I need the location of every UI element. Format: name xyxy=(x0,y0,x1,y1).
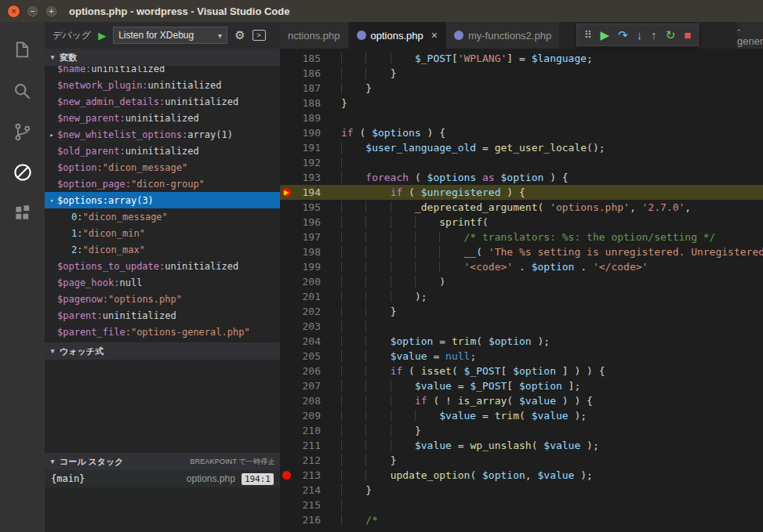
variable-row[interactable]: $options_to_update: uninitialized xyxy=(45,258,280,274)
code-line[interactable]: 211 $value = wp_unslash( $value ); xyxy=(280,438,763,453)
breakpoint-margin[interactable] xyxy=(280,438,294,453)
step-into-button[interactable]: ↓ xyxy=(637,29,643,41)
code-line[interactable]: 202 } xyxy=(280,304,763,319)
debug-console-icon[interactable]: > xyxy=(253,30,266,41)
code-line[interactable]: 207 $value = $_POST[ $option ]; xyxy=(280,378,763,393)
watch-section-header[interactable]: ▾ ウォッチ式 xyxy=(45,342,280,360)
variable-row[interactable]: $name: uninitialized xyxy=(45,66,280,77)
breakpoint-margin[interactable]: ▶ xyxy=(280,185,294,200)
breakpoint-margin[interactable] xyxy=(280,125,294,140)
breakpoint-margin[interactable] xyxy=(280,289,294,304)
code-line[interactable]: 214 } xyxy=(280,483,763,498)
tab-nctions-php[interactable]: nctions.php xyxy=(280,22,349,49)
variable-row[interactable]: $new_parent: uninitialized xyxy=(45,110,280,126)
breakpoint-margin[interactable] xyxy=(280,215,294,230)
breakpoint-margin[interactable] xyxy=(280,334,294,349)
window-close-button[interactable]: × xyxy=(7,5,20,18)
code-line[interactable]: 213 update_option( $option, $value ); xyxy=(280,468,763,483)
tab-my-functions2-php[interactable]: my-functions2.php xyxy=(446,22,560,49)
breakpoint-margin[interactable] xyxy=(280,66,294,81)
breakpoint-margin[interactable] xyxy=(280,244,294,259)
breakpoint-margin[interactable] xyxy=(280,393,294,408)
activity-item-source-control[interactable] xyxy=(0,111,45,152)
variable-row[interactable]: 1: "dicon_min" xyxy=(45,225,280,241)
chevron-expanded-icon[interactable]: ▾ xyxy=(46,197,57,204)
code-line[interactable]: 195 _deprecated_argument( 'options.php',… xyxy=(280,200,763,215)
breakpoint-margin[interactable] xyxy=(280,468,294,483)
breakpoint-margin[interactable] xyxy=(280,155,294,170)
variable-row[interactable]: $option_page: "dicon-group" xyxy=(45,176,280,192)
breakpoint-margin[interactable] xyxy=(280,364,294,378)
variable-row[interactable]: ▾$options: array(3) xyxy=(45,192,280,208)
code-line[interactable]: 193 foreach ( $options as $option ) { xyxy=(280,170,763,185)
variable-row[interactable]: $network_plugin: uninitialized xyxy=(45,77,280,93)
activity-item-debug[interactable] xyxy=(0,152,45,193)
breakpoint-margin[interactable] xyxy=(280,200,294,215)
breakpoint-margin[interactable] xyxy=(280,319,294,334)
debug-config-dropdown[interactable]: Listen for XDebug ▾ xyxy=(113,27,227,44)
code-line[interactable]: 205 $value = null; xyxy=(280,349,763,364)
code-line[interactable]: 191 $user_language_old = get_user_locale… xyxy=(280,140,763,155)
breakpoint-margin[interactable] xyxy=(280,408,294,423)
breakpoint-margin[interactable] xyxy=(280,96,294,110)
activity-item-search[interactable] xyxy=(0,71,45,111)
breakpoint-margin[interactable] xyxy=(280,170,294,185)
code-line[interactable]: 186 } xyxy=(280,66,763,81)
variable-row[interactable]: $new_admin_details: uninitialized xyxy=(45,93,280,110)
current-execution-line[interactable]: ▶194 if ( $unregistered ) { xyxy=(280,185,763,200)
stop-button[interactable]: ■ xyxy=(684,29,691,41)
variable-row[interactable]: $parent_file: "options-general.php" xyxy=(45,324,280,340)
breakpoint-margin[interactable] xyxy=(280,483,294,498)
code-line[interactable]: 209 $value = trim( $value ); xyxy=(280,408,763,423)
code-line[interactable]: 188} xyxy=(280,96,763,110)
breakpoint-margin[interactable] xyxy=(280,378,294,393)
activity-item-explorer[interactable] xyxy=(0,30,45,71)
code-line[interactable]: 201 ); xyxy=(280,289,763,304)
chevron-collapsed-icon[interactable]: ▸ xyxy=(46,131,57,139)
breakpoint-margin[interactable] xyxy=(280,498,294,512)
code-line[interactable]: 206 if ( isset( $_POST[ $option ] ) ) { xyxy=(280,364,763,378)
code-line[interactable]: 185 $_POST['WPLANG'] = $language; xyxy=(280,51,763,66)
variables-section-header[interactable]: ▾ 変数 xyxy=(45,49,280,66)
drag-handle-icon[interactable]: ⠿ xyxy=(584,30,592,40)
breakpoint-margin[interactable] xyxy=(280,423,294,438)
code-line[interactable]: 199 '<code>' . $option . '</code>' xyxy=(280,259,763,274)
continue-button[interactable]: ▶ xyxy=(601,29,610,41)
tab-partial[interactable]: -general.php xyxy=(737,22,763,49)
variable-row[interactable]: $parent: uninitialized xyxy=(45,307,280,324)
breakpoint-margin[interactable] xyxy=(280,81,294,96)
breakpoint-margin[interactable] xyxy=(280,512,294,527)
code-line[interactable]: 212 } xyxy=(280,453,763,468)
tab-options-php[interactable]: options.php× xyxy=(349,22,446,49)
restart-button[interactable]: ↻ xyxy=(666,29,676,41)
variable-row[interactable]: $pagenow: "options.php" xyxy=(45,291,280,307)
code-line[interactable]: 210 } xyxy=(280,423,763,438)
code-line[interactable]: 215 xyxy=(280,498,763,512)
code-line[interactable]: 204 $option = trim( $option ); xyxy=(280,334,763,349)
breakpoint-margin[interactable] xyxy=(280,110,294,125)
breakpoint-margin[interactable] xyxy=(280,140,294,155)
code-line[interactable]: 200 ) xyxy=(280,274,763,289)
breakpoint-margin[interactable] xyxy=(280,453,294,468)
code-line[interactable]: 216 /* xyxy=(280,512,763,527)
code-line[interactable]: 190if ( $options ) { xyxy=(280,125,763,140)
variable-row[interactable]: 2: "dicon_max" xyxy=(45,241,280,258)
breakpoint-margin[interactable] xyxy=(280,230,294,244)
breakpoint-margin[interactable] xyxy=(280,51,294,66)
code-line[interactable]: 198 __( 'The %s setting is unregistered.… xyxy=(280,244,763,259)
window-maximize-button[interactable]: + xyxy=(45,5,58,18)
variable-row[interactable]: $page_hook: null xyxy=(45,274,280,291)
code-line[interactable]: 203 xyxy=(280,319,763,334)
window-minimize-button[interactable]: − xyxy=(26,5,39,18)
breakpoint-margin[interactable] xyxy=(280,259,294,274)
variable-row[interactable]: 0: "dicon_message" xyxy=(45,208,280,225)
code-line[interactable]: 197 /* translators: %s: the option/setti… xyxy=(280,230,763,244)
activity-item-extensions[interactable] xyxy=(0,193,45,233)
tab-close-icon[interactable]: × xyxy=(431,29,438,42)
start-debugging-button[interactable]: ▶ xyxy=(98,30,106,42)
code-line[interactable]: 187 } xyxy=(280,81,763,96)
code-line[interactable]: 192 xyxy=(280,155,763,170)
variable-row[interactable]: $old_parent: uninitialized xyxy=(45,143,280,159)
variable-row[interactable]: ▸$new_whitelist_options: array(1) xyxy=(45,126,280,143)
step-out-button[interactable]: ↑ xyxy=(651,29,657,41)
